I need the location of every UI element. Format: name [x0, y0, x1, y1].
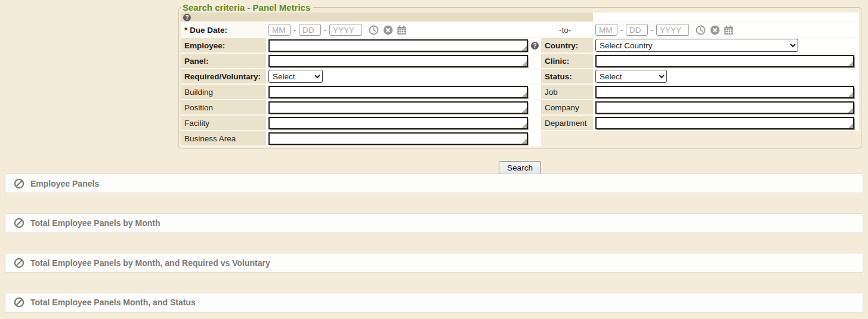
position-input[interactable]	[268, 101, 528, 114]
accordion-total-panels-month-status[interactable]: Total Employee Panels Month, and Status	[5, 293, 863, 312]
due-date-label: * Due Date:	[181, 22, 266, 38]
accordion-title: Employee Panels	[30, 179, 99, 188]
required-voluntary-select[interactable]: Select	[268, 70, 323, 83]
clock-icon[interactable]	[696, 25, 706, 35]
clear-date-icon[interactable]	[383, 25, 393, 35]
clinic-input[interactable]	[595, 55, 854, 67]
due-to-day-input[interactable]	[626, 24, 648, 36]
calendar-icon[interactable]	[724, 25, 734, 35]
date-separator: -	[324, 26, 327, 35]
department-label: Department	[541, 115, 593, 131]
date-separator: -	[620, 26, 623, 35]
panel-input[interactable]	[268, 55, 528, 67]
employee-help-icon[interactable]: ?	[531, 42, 539, 49]
facility-department-row: Facility Department	[181, 115, 859, 131]
business-area-input[interactable]	[268, 132, 528, 145]
accordion-title: Total Employee Panels Month, and Status	[30, 298, 196, 307]
due-date-from-cell: - -	[266, 22, 541, 38]
facility-label: Facility	[181, 115, 266, 131]
no-entry-icon	[14, 218, 24, 228]
due-date-row: * Due Date: - - -to- - -	[181, 22, 859, 38]
due-date-to-cell: - -	[593, 22, 859, 38]
status-select[interactable]: Select	[595, 70, 667, 83]
help-icon[interactable]: ?	[183, 14, 191, 21]
clinic-label: Clinic:	[541, 53, 593, 69]
fieldset-legend: Search criteria - Panel Metrics	[181, 2, 313, 13]
clock-icon[interactable]	[369, 25, 379, 35]
employee-country-row: Employee: ? Country: Select Country	[181, 38, 859, 53]
building-job-row: Building Job	[181, 84, 859, 100]
clear-date-icon[interactable]	[710, 25, 720, 35]
empty-cell	[593, 131, 859, 146]
no-entry-icon	[14, 178, 24, 189]
accordion-total-panels-by-month[interactable]: Total Employee Panels by Month	[5, 213, 863, 233]
required-voluntary-label: Required/Voluntary:	[181, 69, 266, 84]
company-input[interactable]	[595, 101, 854, 114]
empty-cell	[541, 131, 593, 146]
business-area-label: Business Area	[181, 131, 266, 146]
calendar-icon[interactable]	[397, 25, 407, 35]
required-status-row: Required/Voluntary: Select Status: Selec…	[181, 69, 859, 84]
no-entry-icon	[14, 297, 24, 308]
business-area-row: Business Area	[181, 131, 859, 146]
accordion-title: Total Employee Panels by Month	[30, 218, 160, 228]
date-separator: -	[651, 26, 654, 35]
criteria-table: ? * Due Date: - - -to- - -	[181, 13, 859, 147]
panel-clinic-row: Panel: Clinic:	[181, 53, 859, 69]
country-label: Country:	[541, 38, 593, 53]
employee-input[interactable]	[268, 39, 528, 52]
to-label: -to-	[541, 22, 593, 38]
due-from-month-input[interactable]	[268, 24, 291, 36]
department-input[interactable]	[595, 117, 854, 129]
help-row-spacer	[593, 13, 859, 22]
panel-label: Panel:	[181, 53, 266, 69]
due-to-month-input[interactable]	[595, 24, 617, 36]
search-button-row: Search	[178, 161, 861, 174]
accordion-employee-panels[interactable]: Employee Panels	[5, 174, 863, 193]
help-row: ?	[181, 13, 859, 22]
accordion-panels: Employee Panels Total Employee Panels by…	[5, 174, 863, 312]
job-input[interactable]	[595, 86, 854, 98]
accordion-title: Total Employee Panels by Month, and Requ…	[30, 258, 270, 268]
building-label: Building	[181, 84, 266, 100]
due-from-year-input[interactable]	[329, 24, 362, 36]
search-button[interactable]: Search	[499, 161, 541, 174]
no-entry-icon	[14, 258, 24, 268]
position-company-row: Position Company	[181, 100, 859, 115]
facility-input[interactable]	[268, 117, 528, 129]
accordion-total-panels-required-vs-voluntary[interactable]: Total Employee Panels by Month, and Requ…	[5, 253, 863, 272]
job-label: Job	[541, 84, 593, 100]
help-bar-cell: ?	[181, 13, 593, 22]
position-label: Position	[181, 100, 266, 115]
date-separator: -	[294, 26, 296, 35]
search-criteria-fieldset: Search criteria - Panel Metrics ? * Due …	[178, 2, 861, 148]
due-from-day-input[interactable]	[299, 24, 321, 36]
country-select[interactable]: Select Country	[595, 39, 798, 52]
employee-label: Employee:	[181, 38, 266, 53]
status-label: Status:	[541, 69, 593, 84]
company-label: Company	[541, 100, 593, 115]
building-input[interactable]	[268, 86, 528, 98]
due-to-year-input[interactable]	[656, 24, 689, 36]
